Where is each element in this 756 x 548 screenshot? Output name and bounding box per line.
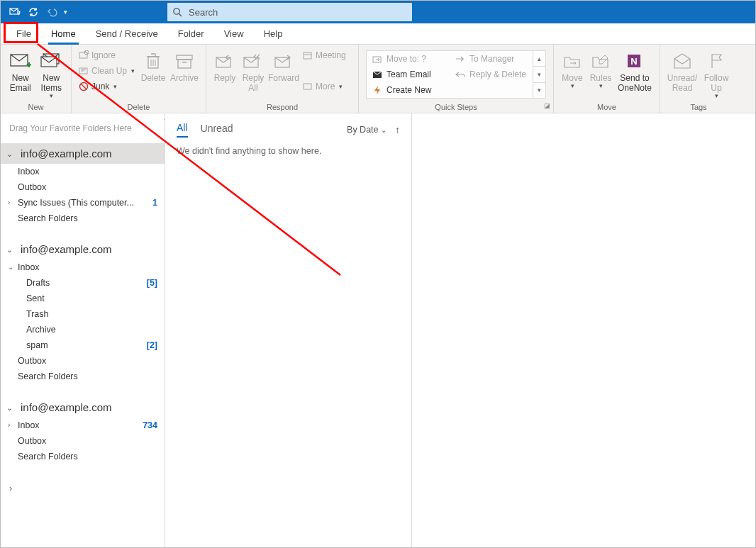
- tab-help[interactable]: Help: [254, 24, 293, 44]
- qs-create-new[interactable]: Create New: [367, 82, 450, 98]
- rules-button[interactable]: Rules▾: [587, 47, 615, 91]
- meeting-button[interactable]: Meeting: [303, 47, 346, 63]
- trash-icon: [145, 49, 162, 73]
- folder-item-drafts[interactable]: Drafts[5]: [1, 275, 165, 291]
- forward-icon: [274, 49, 293, 73]
- folder-item-spam[interactable]: spam[2]: [1, 337, 165, 353]
- empty-list-message: We didn't find anything to show here.: [177, 146, 400, 156]
- new-email-label: New Email: [10, 73, 31, 93]
- meeting-icon: [303, 51, 313, 60]
- send-receive-all-icon[interactable]: [6, 4, 23, 21]
- qs-reply-delete[interactable]: Reply & Delete: [450, 67, 533, 82]
- svg-text:N: N: [630, 56, 637, 67]
- follow-up-button[interactable]: Follow Up▾: [700, 47, 733, 101]
- reading-pane: [412, 113, 755, 547]
- account-header[interactable]: ⌄ info@example.com: [1, 397, 165, 418]
- menu-tab-bar: File Home Send / Receive Folder View Hel…: [1, 23, 755, 45]
- reply-button[interactable]: Reply: [211, 47, 239, 84]
- ignore-button[interactable]: Ignore: [79, 47, 135, 63]
- more-icon: [303, 82, 313, 91]
- qat-dropdown-icon[interactable]: ▾: [62, 4, 69, 21]
- folder-item-search-folders[interactable]: Search Folders: [1, 211, 165, 226]
- folder-item-trash[interactable]: Trash: [1, 306, 165, 322]
- qs-team-email[interactable]: Team Email: [367, 67, 450, 82]
- more-button[interactable]: More▾: [303, 79, 346, 94]
- folder-item-outbox[interactable]: Outbox: [1, 353, 165, 369]
- ribbon-group-label: Move: [558, 101, 655, 113]
- account-header[interactable]: ⌄ info@example.com: [1, 143, 165, 164]
- sync-icon[interactable]: [25, 4, 42, 21]
- message-list-pane: All Unread By Date ⌄ ↑ We didn't find an…: [165, 113, 412, 547]
- ribbon-group-tags: Unread/ Read Follow Up▾ Tags: [660, 45, 737, 113]
- main-body: ◂ Drag Your Favorite Folders Here ⌄ info…: [1, 113, 755, 547]
- folder-item-inbox[interactable]: Inbox: [1, 259, 165, 275]
- dialog-launcher-icon[interactable]: ◪: [544, 102, 550, 109]
- account-header[interactable]: ⌄ info@example.com: [1, 239, 165, 259]
- folder-item-search-folders[interactable]: Search Folders: [1, 369, 165, 384]
- chevron-down-icon: ▾: [50, 92, 53, 99]
- qs-move-to[interactable]: Move to: ?: [367, 51, 450, 67]
- folder-item-outbox[interactable]: Outbox: [1, 179, 165, 195]
- flag-icon: [708, 49, 724, 73]
- folder-item-sync-issues[interactable]: Sync Issues (This computer...1: [1, 195, 165, 211]
- ribbon-group-label: Quick Steps◪: [363, 101, 549, 113]
- qs-to-manager[interactable]: To Manager: [450, 51, 533, 67]
- junk-button[interactable]: Junk▾: [79, 79, 135, 94]
- ribbon-group-delete: Ignore Clean Up▾ Junk▾ Delete: [72, 45, 206, 113]
- svg-rect-7: [79, 52, 87, 58]
- ribbon-group-label: Delete: [76, 101, 201, 113]
- envelope-icon: [372, 71, 382, 79]
- filter-tab-unread[interactable]: Unread: [201, 123, 233, 137]
- ribbon-group-respond: Reply Reply All Forward Meeting More▾: [206, 45, 359, 113]
- svg-rect-25: [304, 84, 311, 89]
- qs-up-button[interactable]: ▴: [533, 51, 545, 67]
- delete-button[interactable]: Delete: [138, 47, 169, 84]
- tab-home[interactable]: Home: [41, 24, 86, 44]
- archive-button[interactable]: Archive: [169, 47, 200, 84]
- ribbon-group-new: New Email New Items ▾ New: [1, 45, 72, 113]
- tab-send-receive[interactable]: Send / Receive: [86, 24, 168, 44]
- nav-more-button[interactable]: ›: [1, 477, 165, 499]
- tab-file[interactable]: File: [6, 24, 41, 44]
- folder-item-inbox[interactable]: Inbox: [1, 164, 165, 179]
- unread-read-button[interactable]: Unread/ Read: [665, 47, 700, 94]
- forward-button[interactable]: Forward: [267, 47, 300, 84]
- folder-arrow-icon: [372, 55, 382, 63]
- folder-item-search-folders[interactable]: Search Folders: [1, 449, 165, 464]
- tab-view[interactable]: View: [214, 24, 254, 44]
- filter-tab-all[interactable]: All: [177, 122, 188, 138]
- favorites-hint: Drag Your Favorite Folders Here: [1, 113, 165, 143]
- reply-arrow-icon: [455, 71, 465, 78]
- sort-by-date[interactable]: By Date ⌄: [347, 125, 387, 135]
- qs-expand-button[interactable]: ▾: [533, 83, 545, 98]
- folder-item-inbox[interactable]: Inbox734: [1, 418, 165, 433]
- clean-up-button[interactable]: Clean Up▾: [79, 63, 135, 79]
- undo-icon[interactable]: [43, 4, 60, 21]
- search-input[interactable]: [187, 6, 412, 18]
- svg-line-3: [179, 13, 182, 16]
- quicksteps-gallery: Move to: ? Team Email Create New To Mana…: [366, 50, 546, 99]
- folder-item-sent[interactable]: Sent: [1, 291, 165, 306]
- sort-direction-button[interactable]: ↑: [395, 124, 400, 135]
- folder-item-outbox[interactable]: Outbox: [1, 433, 165, 449]
- svg-line-12: [81, 84, 87, 89]
- tab-folder[interactable]: Folder: [168, 24, 214, 44]
- chevron-right-icon[interactable]: ›: [8, 198, 10, 206]
- new-items-button[interactable]: New Items ▾: [36, 47, 67, 101]
- search-box[interactable]: [167, 3, 412, 21]
- title-bar: ▾: [1, 1, 755, 23]
- folder-item-archive[interactable]: Archive: [1, 322, 165, 337]
- new-items-label: New Items: [41, 73, 62, 93]
- qs-down-button[interactable]: ▾: [533, 67, 545, 82]
- reply-all-button[interactable]: Reply All: [239, 47, 267, 94]
- chevron-right-icon[interactable]: ›: [8, 421, 10, 429]
- ribbon-group-label: New: [5, 101, 67, 113]
- svg-rect-23: [304, 52, 311, 59]
- chevron-down-icon[interactable]: ⌄: [8, 263, 13, 271]
- onenote-button[interactable]: N Send to OneNote: [615, 47, 655, 94]
- quicksteps-scrollbar: ▴ ▾ ▾: [533, 51, 545, 98]
- reply-all-icon: [243, 49, 263, 73]
- new-email-button[interactable]: New Email: [5, 47, 36, 94]
- collapse-folder-pane-icon[interactable]: ◂: [164, 115, 165, 123]
- move-button[interactable]: Move▾: [558, 47, 587, 91]
